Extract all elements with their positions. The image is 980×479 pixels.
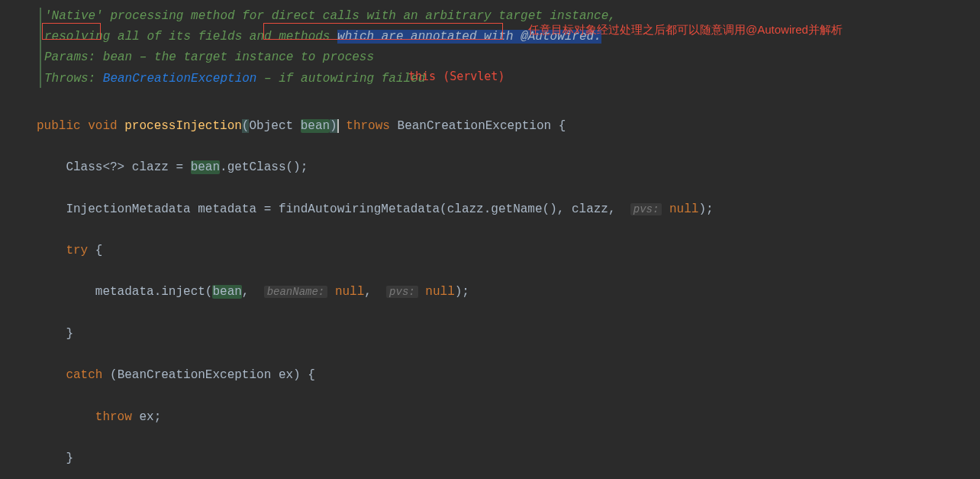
code-line-throw-ex: throw ex; <box>37 407 980 428</box>
hint-pvs-1: pvs: <box>630 203 662 215</box>
this-servlet-annotation: this (Servlet) <box>408 67 505 87</box>
hint-beanname: beanName: <box>264 286 328 298</box>
code-line-metadata: InjectionMetadata metadata = findAutowir… <box>37 199 980 220</box>
code-line-catch-bce: catch (BeanCreationException ex) { <box>37 365 980 386</box>
code-line-inject: metadata.inject(bean, beanName: null, pv… <box>37 282 980 303</box>
code-line-catch1-close: } <box>37 448 980 469</box>
throws-exception-link[interactable]: BeanCreationException <box>103 72 257 86</box>
hint-pvs-2: pvs: <box>386 286 418 298</box>
code-line-clazz: Class<?> clazz = bean.getClass(); <box>37 157 980 178</box>
javadoc-params: Params: bean – the target instance to pr… <box>37 47 980 68</box>
javadoc-block: 'Native' processing method for direct ca… <box>0 0 980 95</box>
code-line-try: try { <box>37 241 980 261</box>
code-line-try-close: } <box>37 324 980 345</box>
javadoc-throws: Throws: BeanCreationException – if autow… <box>37 69 980 89</box>
code-line-decl: public void processInjection(Object bean… <box>37 116 980 137</box>
code-editor[interactable]: public void processInjection(Object bean… <box>0 95 980 479</box>
param-bean: bean <box>301 119 330 133</box>
chinese-annotation: 任意目标对象经过处理之后都可以随意调用@Autowired并解析 <box>528 20 843 40</box>
